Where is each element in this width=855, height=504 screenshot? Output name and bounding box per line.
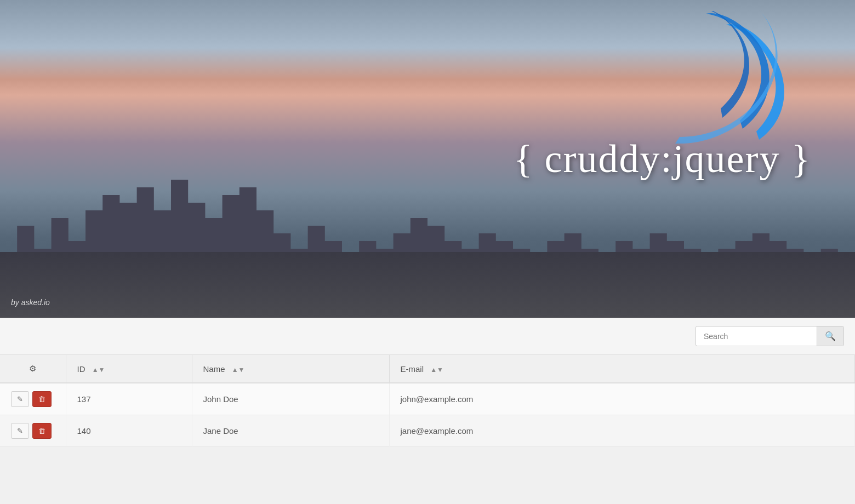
table-row: ✎ 🗑 137 John Doe john@example.com	[0, 383, 855, 415]
action-buttons: ✎ 🗑	[11, 391, 55, 407]
brand-title: { cruddy:jquery }	[514, 137, 811, 181]
delete-button[interactable]: 🗑	[32, 423, 52, 439]
sort-icon-name: ▲▼	[232, 366, 245, 374]
table-header-id[interactable]: ID ▲▼	[66, 355, 192, 383]
brand-area: { cruddy:jquery }	[514, 136, 811, 182]
table-row: ✎ 🗑 140 Jane Doe jane@example.com	[0, 415, 855, 447]
action-cell: ✎ 🗑	[0, 415, 66, 447]
cell-name: Jane Doe	[192, 415, 389, 447]
attribution-text: by asked.io	[11, 298, 50, 307]
search-icon: 🔍	[825, 331, 836, 341]
search-input[interactable]	[696, 328, 817, 345]
table-body: ✎ 🗑 137 John Doe john@example.com ✎ 🗑 14…	[0, 383, 855, 447]
delete-button[interactable]: 🗑	[32, 391, 52, 407]
data-table: ⚙ ID ▲▼ Name ▲▼ E-mail ▲▼	[0, 355, 855, 447]
search-button[interactable]: 🔍	[817, 327, 843, 346]
table-header-row: ⚙ ID ▲▼ Name ▲▼ E-mail ▲▼	[0, 355, 855, 383]
jquery-swirl-logo	[636, 11, 789, 153]
col-email-label: E-mail	[401, 364, 424, 374]
table-header-email[interactable]: E-mail ▲▼	[389, 355, 855, 383]
col-name-label: Name	[203, 364, 225, 374]
table-header-settings: ⚙	[0, 355, 66, 383]
cell-name: John Doe	[192, 383, 389, 415]
hero-section: { cruddy:jquery } by asked.io	[0, 0, 855, 318]
edit-button[interactable]: ✎	[11, 391, 29, 407]
table-header-name[interactable]: Name ▲▼	[192, 355, 389, 383]
table-section: 🔍 ⚙ ID ▲▼ Name ▲▼ E-mail ▲▼	[0, 318, 855, 447]
cell-email: jane@example.com	[389, 415, 855, 447]
edit-button[interactable]: ✎	[11, 423, 29, 439]
cell-email: john@example.com	[389, 383, 855, 415]
action-buttons: ✎ 🗑	[11, 423, 55, 439]
action-cell: ✎ 🗑	[0, 383, 66, 415]
sort-icon-id: ▲▼	[92, 366, 105, 374]
col-id-label: ID	[77, 364, 86, 374]
cell-id: 137	[66, 383, 192, 415]
search-row: 🔍	[0, 318, 855, 355]
cell-id: 140	[66, 415, 192, 447]
sort-icon-email: ▲▼	[430, 366, 443, 374]
gear-icon: ⚙	[29, 364, 36, 373]
search-container: 🔍	[696, 326, 844, 346]
